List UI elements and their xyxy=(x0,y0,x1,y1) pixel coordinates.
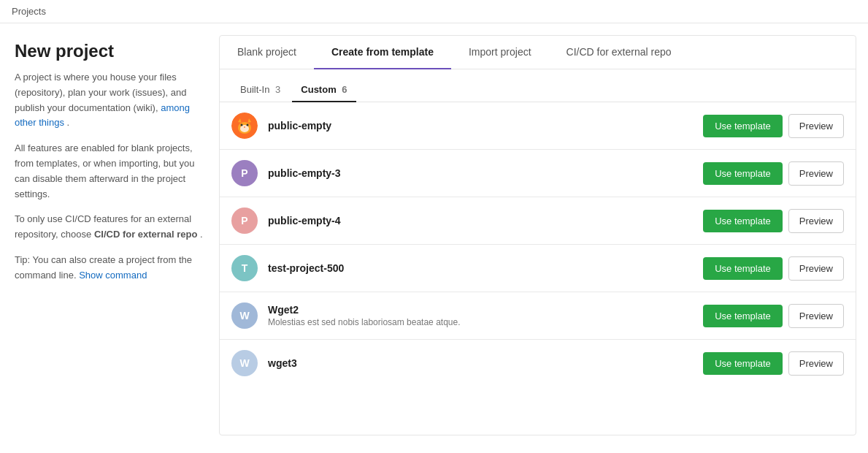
template-item: W wget3 Use template Preview xyxy=(220,340,856,387)
template-actions: Use template Preview xyxy=(703,114,844,138)
fox-avatar-icon xyxy=(231,113,258,139)
use-template-button[interactable]: Use template xyxy=(703,257,783,280)
tab-cicd-external[interactable]: CI/CD for external repo xyxy=(549,36,689,69)
avatar: W xyxy=(231,350,258,376)
template-actions: Use template Preview xyxy=(703,351,844,376)
sub-tab-custom[interactable]: Custom 6 xyxy=(292,78,356,102)
preview-button[interactable]: Preview xyxy=(788,304,844,328)
avatar: T xyxy=(231,255,258,281)
template-name: public-empty-3 xyxy=(268,167,703,179)
template-actions: Use template Preview xyxy=(703,161,844,186)
template-info: test-project-500 xyxy=(268,262,703,274)
template-name: Wget2 xyxy=(268,304,703,316)
template-actions: Use template Preview xyxy=(703,209,844,233)
use-template-button[interactable]: Use template xyxy=(703,210,783,232)
template-actions: Use template Preview xyxy=(703,304,844,328)
tab-blank-project[interactable]: Blank project xyxy=(220,36,314,69)
template-info: public-empty-4 xyxy=(268,215,703,226)
tab-import-project[interactable]: Import project xyxy=(451,36,549,69)
template-list: public-empty Use template Preview P publ… xyxy=(220,102,856,387)
svg-point-7 xyxy=(241,124,243,126)
use-template-button[interactable]: Use template xyxy=(703,162,783,185)
template-item: W Wget2 Molestias est sed nobis laborios… xyxy=(220,292,856,340)
use-template-button[interactable]: Use template xyxy=(703,352,783,375)
template-name: public-empty-4 xyxy=(268,215,703,226)
use-template-button[interactable]: Use template xyxy=(703,115,783,137)
tabs-bar: Blank project Create from template Impor… xyxy=(220,36,856,69)
page-title: New project xyxy=(15,41,204,61)
preview-button[interactable]: Preview xyxy=(788,256,844,281)
template-description: Molestias est sed nobis laboriosam beata… xyxy=(268,317,703,327)
sub-tab-built-in[interactable]: Built-In 3 xyxy=(231,78,289,102)
content-panel: Blank project Create from template Impor… xyxy=(219,35,856,435)
sidebar-tip: Tip: You can also create a project from … xyxy=(15,253,204,283)
breadcrumb-bar: Projects xyxy=(0,0,868,23)
sub-tabs-bar: Built-In 3 Custom 6 xyxy=(220,69,856,102)
template-actions: Use template Preview xyxy=(703,256,844,281)
breadcrumb: Projects xyxy=(12,6,46,17)
template-name: public-empty xyxy=(268,120,703,132)
template-name: wget3 xyxy=(268,357,703,369)
preview-button[interactable]: Preview xyxy=(788,161,844,186)
show-command-link[interactable]: Show command xyxy=(79,270,147,281)
use-template-button[interactable]: Use template xyxy=(703,305,783,327)
avatar: P xyxy=(231,208,258,234)
template-item: P public-empty-3 Use template Preview xyxy=(220,150,856,197)
sidebar-description-1: A project is where you house your files … xyxy=(15,70,204,131)
tab-create-from-template[interactable]: Create from template xyxy=(314,36,451,69)
template-info: wget3 xyxy=(268,357,703,369)
template-item: P public-empty-4 Use template Preview xyxy=(220,197,856,245)
sidebar: New project A project is where you house… xyxy=(0,23,219,447)
preview-button[interactable]: Preview xyxy=(788,209,844,233)
svg-point-2 xyxy=(240,125,249,132)
template-info: public-empty-3 xyxy=(268,167,703,179)
avatar: W xyxy=(231,302,258,329)
sidebar-description-2: All features are enabled for blank proje… xyxy=(15,141,204,202)
template-name: test-project-500 xyxy=(268,262,703,274)
svg-point-8 xyxy=(247,124,249,126)
preview-button[interactable]: Preview xyxy=(788,351,844,376)
svg-point-9 xyxy=(244,126,245,128)
template-info: Wget2 Molestias est sed nobis laboriosam… xyxy=(268,304,703,327)
sidebar-description-3: To only use CI/CD features for an extern… xyxy=(15,212,204,243)
preview-button[interactable]: Preview xyxy=(788,114,844,138)
template-item: public-empty Use template Preview xyxy=(220,102,856,150)
template-info: public-empty xyxy=(268,120,703,132)
template-item: T test-project-500 Use template Preview xyxy=(220,245,856,292)
avatar: P xyxy=(231,160,258,186)
